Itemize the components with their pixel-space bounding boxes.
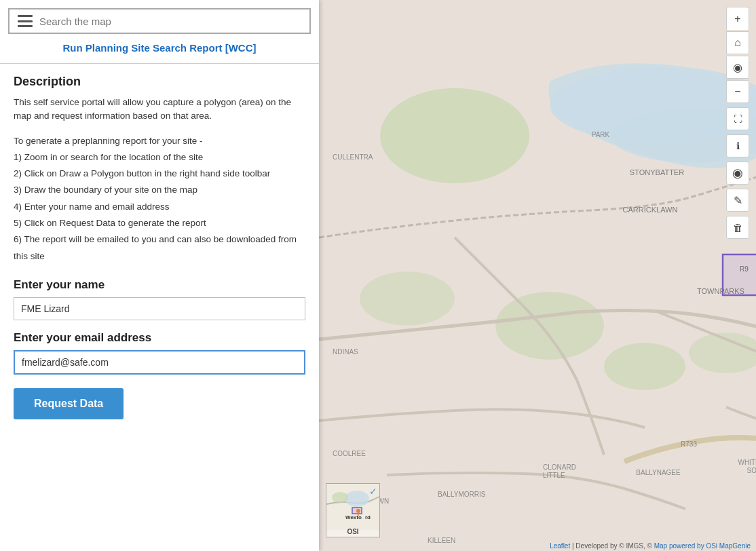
draw-polygon-button[interactable]: ✎ <box>726 189 749 212</box>
svg-text:WHITEROCK: WHITEROCK <box>738 459 756 466</box>
zoom-in-button[interactable]: + <box>726 7 749 30</box>
search-input[interactable] <box>39 16 301 27</box>
app-container: Run Planning Site Search Report [WCC] De… <box>0 0 756 551</box>
svg-text:BALLYNAGEE: BALLYNAGEE <box>636 469 681 476</box>
name-input[interactable] <box>14 297 305 320</box>
svg-point-38 <box>345 491 369 507</box>
svg-text:CULLENTRA: CULLENTRA <box>333 153 373 161</box>
info-button[interactable]: ℹ <box>726 134 749 157</box>
email-input[interactable] <box>14 350 305 375</box>
request-data-button[interactable]: Request Data <box>14 388 124 419</box>
fullscreen-button[interactable]: ⛶ <box>726 107 749 130</box>
description-heading: Description <box>14 75 305 89</box>
panel-content: Description This self service portal wil… <box>0 64 319 430</box>
svg-text:R9: R9 <box>740 265 749 273</box>
menu-icon[interactable] <box>18 15 33 27</box>
svg-text:STONYBATTER: STONYBATTER <box>630 168 684 176</box>
svg-text:KILLEEN: KILLEEN <box>428 537 455 544</box>
minimap-label: OSI <box>326 528 379 535</box>
step-item: To generate a preplanning report for you… <box>14 133 305 149</box>
leaflet-link[interactable]: Leaflet <box>550 542 570 550</box>
svg-text:TOWNPARKS: TOWNPARKS <box>697 287 744 295</box>
step-item: 4) Enter your name and email address <box>14 199 305 215</box>
steps-list: To generate a preplanning report for you… <box>14 133 305 265</box>
mapgenie-link[interactable]: Map powered by OSi MapGenie <box>654 542 751 550</box>
step-item: 6) The report will be emailed to you and… <box>14 231 305 265</box>
svg-point-5 <box>604 343 685 390</box>
svg-text:CARRICKLAWN: CARRICKLAWN <box>623 206 678 214</box>
email-label: Enter your email address <box>14 331 305 345</box>
map-svg: R9 ARDCAVAN CROSSTOWN STONYBATTER TINCON… <box>319 0 756 551</box>
home-button[interactable]: ⌂ <box>726 31 749 54</box>
report-title: Run Planning Site Search Report [WCC] <box>0 42 319 64</box>
search-bar <box>8 8 311 34</box>
svg-point-6 <box>360 271 455 326</box>
svg-text:Wexfo: Wexfo <box>345 514 362 520</box>
step-item: 3) Draw the boundary of your site on the… <box>14 182 305 198</box>
svg-text:PARK: PARK <box>592 131 610 138</box>
svg-point-43 <box>356 509 360 513</box>
svg-point-39 <box>332 492 348 503</box>
map-attribution: Leaflet | Developed by © IMGS, © Map pow… <box>550 542 751 550</box>
minimap[interactable]: Wexfo rd ✓ OSI <box>326 483 380 537</box>
map-area[interactable]: R9 ARDCAVAN CROSSTOWN STONYBATTER TINCON… <box>319 0 756 551</box>
step-item: 2) Click on Draw a Polygon button in the… <box>14 166 305 182</box>
svg-text:NDINAS: NDINAS <box>333 348 358 356</box>
svg-text:CLONARD: CLONARD <box>543 463 576 471</box>
svg-text:SOUTH: SOUTH <box>747 467 757 474</box>
svg-text:COOLREE: COOLREE <box>333 450 366 457</box>
step-item: 1) Zoom in or search for the location of… <box>14 149 305 166</box>
svg-text:LITTLE: LITTLE <box>543 472 565 479</box>
svg-text:rd: rd <box>365 514 371 520</box>
svg-point-4 <box>495 292 604 360</box>
zoom-out-button[interactable]: − <box>726 80 749 103</box>
description-text: This self service portal will allow you … <box>14 96 305 124</box>
name-label: Enter your name <box>14 278 305 292</box>
left-panel: Run Planning Site Search Report [WCC] De… <box>0 0 319 551</box>
layers-button[interactable]: ◉ <box>726 162 749 185</box>
svg-text:BALLYMORRIS: BALLYMORRIS <box>438 491 486 498</box>
svg-point-3 <box>380 88 529 183</box>
right-toolbar: + ⌂ ◉ − ⛶ ℹ ◉ ✎ 🗑 <box>726 7 749 239</box>
step-item: 5) Click on Request Data to generate the… <box>14 215 305 231</box>
svg-text:R733: R733 <box>681 440 697 448</box>
delete-button[interactable]: 🗑 <box>726 216 749 239</box>
locate-button[interactable]: ◉ <box>726 56 749 79</box>
minimap-check-icon: ✓ <box>369 486 377 497</box>
